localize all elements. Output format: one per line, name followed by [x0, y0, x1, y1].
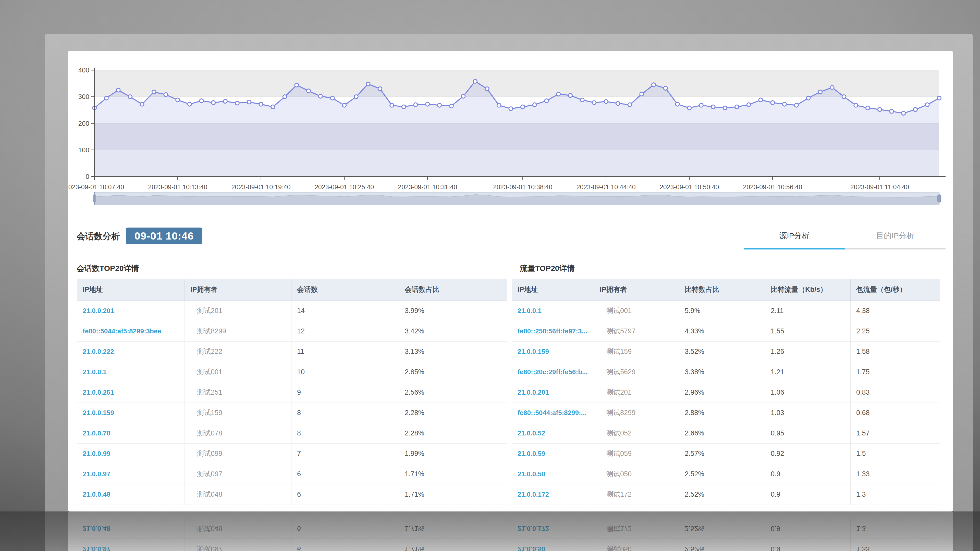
page-title: 会话数分析: [76, 228, 120, 245]
ip-link[interactable]: 21.0.0.52: [512, 423, 594, 443]
table-cell: 4.33%: [679, 321, 765, 341]
ip-link[interactable]: 21.0.0.48: [77, 484, 185, 505]
svg-text:2023-09-01 10:56:40: 2023-09-01 10:56:40: [743, 183, 802, 191]
ip-link[interactable]: 21.0.0.59: [512, 444, 594, 464]
minimap-handle-right[interactable]: [938, 195, 941, 202]
svg-text:2023-09-01 10:25:40: 2023-09-01 10:25:40: [315, 183, 374, 191]
sessions-line-chart: 01002003004002023-09-01 10:07:402023-09-…: [68, 59, 953, 198]
table-cell: 1.71%: [399, 484, 507, 505]
svg-text:2023-09-01 10:07:40: 2023-09-01 10:07:40: [68, 183, 124, 191]
table-cell: 1.99%: [399, 444, 507, 464]
table-cell: 2.57%: [679, 444, 765, 464]
ip-link[interactable]: 21.0.0.201: [77, 301, 185, 321]
table-cell: 2.28%: [399, 403, 507, 423]
tab-source-ip[interactable]: 源IP分析: [744, 227, 845, 249]
ip-link[interactable]: 21.0.0.159: [512, 341, 594, 362]
table-row: 21.0.0.172测试1722.52%0.91.3: [512, 484, 940, 505]
table-cell: 测试097: [185, 464, 291, 484]
table-cell: 1.58: [851, 341, 940, 362]
table-cell: 14: [291, 301, 399, 321]
table-cell: 1.57: [851, 423, 940, 443]
table-cell: 3.99%: [399, 301, 507, 321]
ip-link[interactable]: fe80::20c:29ff:fe56:b...: [512, 362, 594, 382]
ip-link[interactable]: fe80::5044:af5:8299:3bee: [77, 321, 185, 341]
table-row: 21.0.0.59测试0592.57%0.921.5: [512, 444, 940, 464]
table-cell: 10: [291, 362, 399, 382]
ip-link[interactable]: fe80::5044:af5:8299:...: [512, 403, 594, 423]
table-cell: 1.21: [765, 362, 851, 382]
column-header: IP地址: [512, 279, 594, 300]
table-cell: 6: [291, 484, 399, 505]
table-row: 21.0.0.251测试25192.56%: [77, 383, 507, 403]
svg-text:100: 100: [78, 146, 89, 154]
session-top20-table: IP地址IP拥有者会话数会话数占比21.0.0.201测试201143.99%f…: [77, 279, 507, 505]
table-cell: 测试159: [185, 403, 291, 423]
traffic-top20-table: IP地址IP拥有者比特数占比比特流量（Kb/s）包流量（包/秒）21.0.0.1…: [512, 279, 940, 505]
ip-link[interactable]: 21.0.0.159: [77, 403, 185, 423]
tab-dest-ip[interactable]: 目的IP分析: [845, 227, 945, 249]
table-cell: 0.9: [765, 484, 851, 505]
time-badge[interactable]: 09-01 10:46: [126, 227, 202, 245]
ip-link[interactable]: 21.0.0.50: [512, 464, 594, 484]
column-header: 比特数占比: [679, 279, 765, 300]
table-cell: 7: [291, 444, 399, 464]
table-cell: 0.92: [765, 444, 851, 464]
ip-link[interactable]: 21.0.0.99: [77, 444, 185, 464]
minimap-handle-left[interactable]: [93, 195, 96, 202]
table-cell: 1.75: [851, 362, 940, 382]
table-cell: 测试251: [185, 383, 291, 403]
ip-link[interactable]: 21.0.0.78: [77, 423, 185, 443]
table-cell: 测试001: [185, 362, 291, 382]
svg-text:400: 400: [78, 66, 89, 74]
svg-text:0: 0: [86, 173, 89, 180]
svg-text:2023-09-01 10:19:40: 2023-09-01 10:19:40: [231, 183, 291, 191]
table-row: fe80::250:56ff:fe97:3...测试57974.33%1.552…: [512, 321, 940, 341]
ip-link[interactable]: fe80::250:56ff:fe97:3...: [512, 321, 594, 341]
table-row: 21.0.0.97测试09761.71%: [77, 464, 507, 484]
table-cell: 测试099: [185, 444, 291, 464]
tab-dest-ip-label: 目的IP分析: [876, 231, 914, 240]
ip-link[interactable]: 21.0.0.1: [512, 301, 594, 321]
svg-text:200: 200: [78, 120, 89, 127]
ip-link[interactable]: 21.0.0.201: [512, 383, 594, 403]
svg-text:2023-09-01 11:04:40: 2023-09-01 11:04:40: [850, 183, 909, 191]
column-header: IP拥有者: [594, 279, 679, 300]
svg-text:2023-09-01 10:50:40: 2023-09-01 10:50:40: [660, 183, 719, 191]
dashboard-panel: 01002003004002023-09-01 10:07:402023-09-…: [68, 51, 953, 511]
table-cell: 2.52%: [679, 464, 765, 484]
table-cell: 1.5: [851, 444, 940, 464]
session-table-title: 会话数TOP20详情: [76, 263, 139, 274]
table-cell: 8: [291, 423, 399, 443]
ip-link[interactable]: 21.0.0.97: [77, 464, 185, 484]
table-cell: 0.68: [851, 403, 940, 423]
table-cell: 2.96%: [679, 383, 765, 403]
table-row: 21.0.0.201测试2012.96%1.060.83: [512, 383, 940, 403]
table-cell: 2.88%: [679, 403, 765, 423]
table-row: 21.0.0.159测试15982.28%: [77, 403, 507, 423]
analysis-tabs: 源IP分析 目的IP分析: [744, 227, 945, 249]
table-cell: 12: [291, 321, 399, 341]
table-row: 21.0.0.159测试1593.52%1.261.58: [512, 341, 940, 362]
ip-link[interactable]: 21.0.0.1: [77, 362, 185, 382]
table-cell: 测试048: [185, 484, 291, 505]
table-cell: 0.83: [851, 383, 940, 403]
table-row: 21.0.0.201测试201143.99%: [77, 301, 507, 321]
table-cell: 测试222: [185, 341, 291, 362]
ip-link[interactable]: 21.0.0.222: [77, 341, 185, 362]
table-cell: 3.52%: [679, 341, 765, 362]
table-row: 21.0.0.1测试0015.9%2.114.38: [512, 301, 940, 321]
column-header: 会话数占比: [399, 279, 507, 300]
table-cell: 2.66%: [679, 423, 765, 443]
table-row: fe80::5044:af5:8299:...测试82992.88%1.030.…: [512, 403, 940, 423]
table-cell: 11: [291, 341, 399, 362]
table-cell: 5.9%: [679, 301, 765, 321]
datazoom-minimap[interactable]: [68, 192, 953, 205]
ip-link[interactable]: 21.0.0.172: [512, 484, 594, 505]
table-cell: 测试201: [594, 383, 679, 403]
table-cell: 测试172: [594, 484, 679, 505]
ip-link[interactable]: 21.0.0.251: [77, 383, 185, 403]
column-header: IP拥有者: [185, 279, 291, 300]
column-header: 比特流量（Kb/s）: [765, 279, 851, 300]
table-cell: 1.03: [765, 403, 851, 423]
table-cell: 测试8299: [594, 403, 679, 423]
